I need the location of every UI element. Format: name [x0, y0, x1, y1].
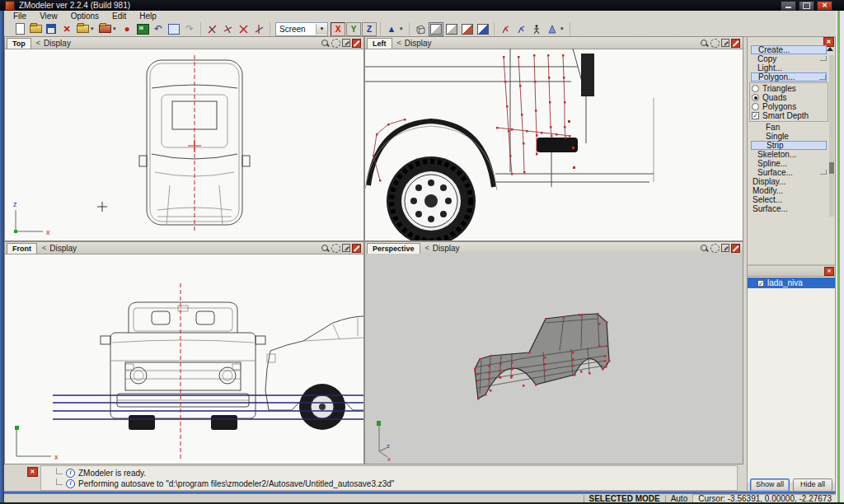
- viewport-canvas-left[interactable]: [365, 49, 743, 240]
- save-icon[interactable]: [44, 22, 59, 36]
- menu-file[interactable]: File: [7, 12, 32, 21]
- radio-selected-icon[interactable]: [752, 94, 759, 101]
- viewport-front-mode[interactable]: Display: [49, 244, 77, 253]
- viewport-canvas-perspective[interactable]: z x: [365, 254, 743, 464]
- cmd-spline[interactable]: Spline...: [751, 159, 827, 168]
- view-material-icon[interactable]: [476, 22, 490, 36]
- rotate-gizmo-icon[interactable]: [220, 22, 235, 36]
- show-all-button[interactable]: Show all: [750, 478, 790, 492]
- axis-z-button[interactable]: Z: [362, 22, 377, 36]
- cmd-surface-sub[interactable]: Surface...: [751, 168, 827, 177]
- skeleton-dropdown-icon[interactable]: ▾: [560, 26, 566, 32]
- log-close-icon[interactable]: ✕: [27, 467, 38, 477]
- bone-edit-icon[interactable]: [513, 22, 528, 36]
- cmd-light[interactable]: Light...: [751, 63, 827, 72]
- close-button[interactable]: ✕: [817, 1, 832, 11]
- radio-polygons[interactable]: Polygons: [752, 102, 828, 111]
- viewport-close-icon[interactable]: [731, 244, 740, 253]
- cmd-select[interactable]: Select...: [751, 195, 827, 204]
- export-icon[interactable]: [97, 22, 112, 36]
- cmd-polygon[interactable]: Polygon...: [751, 72, 827, 82]
- cone-dropdown-icon[interactable]: ▾: [400, 26, 406, 32]
- skin-tool-icon[interactable]: [545, 22, 560, 36]
- view-wireframe-icon[interactable]: [413, 22, 428, 36]
- expand-viewport-icon[interactable]: [342, 244, 350, 252]
- radio-icon[interactable]: [752, 103, 759, 110]
- cmd-skeleton[interactable]: Skeleton...: [751, 150, 827, 159]
- redo-icon[interactable]: ↷: [182, 22, 197, 36]
- viewport-canvas-top[interactable]: z x: [5, 49, 363, 240]
- orbit-icon[interactable]: [331, 39, 340, 48]
- mode-arrow-icon[interactable]: <: [397, 39, 401, 47]
- import-dropdown-icon[interactable]: ▾: [91, 26, 96, 32]
- hide-all-button[interactable]: Hide all: [793, 478, 832, 492]
- cmd-surface[interactable]: Surface...: [751, 204, 827, 213]
- undo-icon[interactable]: ↶: [151, 22, 166, 36]
- cmd-strip[interactable]: Strip: [751, 141, 827, 150]
- scrollbar-thumb[interactable]: [829, 162, 834, 174]
- cmd-display[interactable]: Display...: [751, 177, 827, 186]
- radio-quads[interactable]: Quads: [752, 93, 828, 102]
- mode-arrow-icon[interactable]: <: [36, 39, 40, 47]
- axis-y-button[interactable]: Y: [346, 22, 361, 36]
- export-dropdown-icon[interactable]: ▾: [113, 26, 119, 32]
- new-file-icon[interactable]: [12, 22, 27, 36]
- orbit-icon[interactable]: [710, 39, 720, 48]
- checkbox-smart-depth[interactable]: ✓Smart Depth: [752, 111, 828, 120]
- import-icon[interactable]: [75, 22, 90, 36]
- cmd-copy[interactable]: Copy: [751, 54, 827, 63]
- mode-arrow-icon[interactable]: <: [42, 244, 46, 252]
- expand-viewport-icon[interactable]: [342, 39, 350, 47]
- orbit-icon[interactable]: [710, 244, 720, 253]
- object-visible-checkbox[interactable]: ✓: [757, 280, 764, 287]
- objects-close-icon[interactable]: ✕: [824, 267, 834, 276]
- zoom-icon[interactable]: [700, 39, 709, 48]
- radio-triangles[interactable]: Triangles: [752, 84, 828, 93]
- menu-view[interactable]: View: [34, 12, 63, 21]
- menu-options[interactable]: Options: [65, 12, 105, 21]
- object-row-lada-niva[interactable]: ✓ lada_niva: [748, 278, 835, 288]
- coord-space-dropdown-icon[interactable]: ▾: [316, 24, 327, 35]
- cmd-create[interactable]: Create...: [751, 45, 827, 54]
- menu-edit[interactable]: Edit: [106, 12, 132, 21]
- viewport-close-icon[interactable]: [731, 39, 740, 48]
- zoom-icon[interactable]: [700, 244, 709, 253]
- axis-x-button[interactable]: X: [331, 22, 345, 36]
- checkbox-checked-icon[interactable]: ✓: [752, 112, 759, 119]
- viewport-left-tab[interactable]: Left: [367, 38, 392, 49]
- view-textured-icon[interactable]: [460, 22, 475, 36]
- scale-gizmo-icon[interactable]: [236, 22, 251, 36]
- move-gizmo-icon[interactable]: [204, 22, 219, 36]
- delete-icon[interactable]: ✕: [59, 22, 74, 36]
- orbit-icon[interactable]: [331, 244, 340, 253]
- material-sphere-icon[interactable]: ●: [120, 22, 134, 36]
- viewport-left-mode[interactable]: Display: [405, 39, 432, 48]
- panels-icon[interactable]: [166, 22, 181, 36]
- viewport-perspective-tab[interactable]: Perspective: [367, 243, 420, 254]
- coord-space-select[interactable]: Screen ▾: [275, 22, 328, 36]
- expand-viewport-icon[interactable]: [721, 244, 729, 252]
- minimize-button[interactable]: [781, 1, 796, 11]
- sidebar-scrollbar[interactable]: [829, 55, 834, 217]
- zoom-icon[interactable]: [321, 244, 330, 253]
- zoom-icon[interactable]: [321, 39, 330, 48]
- view-solid-icon[interactable]: [429, 22, 443, 36]
- mode-arrow-icon[interactable]: <: [425, 244, 429, 252]
- open-folder-icon[interactable]: [28, 22, 43, 36]
- cone-tool-icon[interactable]: ▲: [384, 22, 399, 36]
- radio-icon[interactable]: [752, 85, 759, 92]
- viewport-close-icon[interactable]: [352, 39, 361, 48]
- axes-gizmo-icon[interactable]: [251, 22, 266, 36]
- menu-help[interactable]: Help: [134, 12, 162, 21]
- bone-create-icon[interactable]: [498, 22, 513, 36]
- viewport-front-tab[interactable]: Front: [7, 243, 37, 254]
- viewport-canvas-front[interactable]: x: [5, 254, 363, 464]
- viewport-close-icon[interactable]: [352, 244, 361, 253]
- cmd-modify[interactable]: Modify...: [751, 186, 827, 195]
- texture-image-icon[interactable]: [135, 22, 150, 36]
- viewport-top-tab[interactable]: Top: [7, 38, 31, 49]
- viewport-perspective-mode[interactable]: Display: [433, 244, 460, 253]
- skeleton-figure-icon[interactable]: [529, 22, 544, 36]
- cmd-fan[interactable]: Fan: [751, 123, 827, 132]
- cmd-single[interactable]: Single: [751, 132, 827, 141]
